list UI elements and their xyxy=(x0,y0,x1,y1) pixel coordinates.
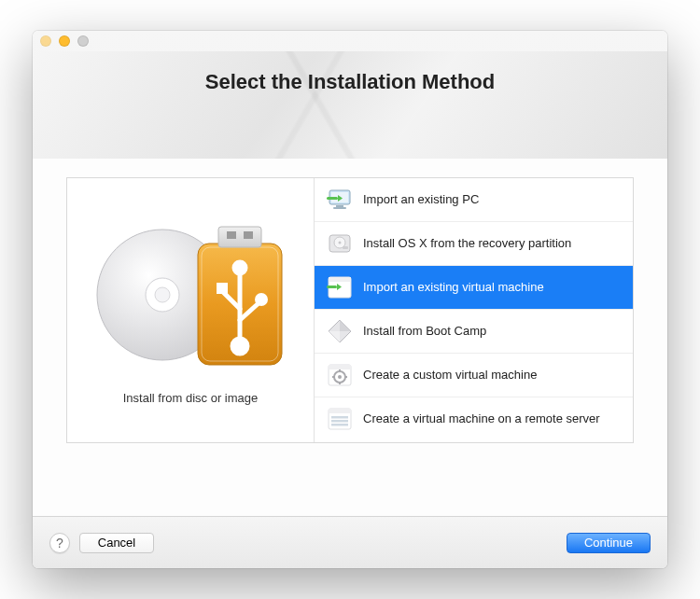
continue-button[interactable]: Continue xyxy=(567,533,651,553)
option-label: Install from Boot Camp xyxy=(363,324,486,339)
svg-rect-16 xyxy=(333,207,346,209)
installer-window: Select the Installation Method xyxy=(33,31,667,568)
option-install-osx-recovery[interactable]: Install OS X from the recovery partition xyxy=(315,222,633,266)
svg-point-21 xyxy=(339,242,342,244)
bootcamp-diamond-icon xyxy=(326,317,354,345)
svg-rect-5 xyxy=(218,227,261,247)
svg-rect-40 xyxy=(331,416,348,419)
remote-server-icon xyxy=(326,405,354,433)
svg-rect-25 xyxy=(327,286,337,288)
svg-point-12 xyxy=(255,293,268,306)
method-panel: Install from disc or image xyxy=(66,177,634,443)
help-button[interactable]: ? xyxy=(49,533,70,553)
option-label: Install OS X from the recovery partition xyxy=(363,236,571,251)
cancel-label: Cancel xyxy=(98,536,135,550)
svg-rect-31 xyxy=(329,365,351,369)
close-window-button[interactable] xyxy=(40,35,51,47)
svg-rect-41 xyxy=(331,420,348,423)
help-icon: ? xyxy=(56,536,63,550)
svg-marker-28 xyxy=(340,320,351,331)
svg-rect-24 xyxy=(329,277,351,282)
svg-point-2 xyxy=(155,287,170,302)
svg-marker-29 xyxy=(329,331,340,342)
svg-point-10 xyxy=(232,339,247,354)
option-label: Import an existing PC xyxy=(363,192,479,207)
content-area: Install from disc or image xyxy=(33,159,667,516)
disc-usb-illustration xyxy=(88,216,293,374)
option-install-bootcamp[interactable]: Install from Boot Camp xyxy=(315,310,633,354)
option-create-remote-vm[interactable]: Create a virtual machine on a remote ser… xyxy=(315,397,633,440)
installation-options-list: Import an existing PC Install OS X from … xyxy=(315,178,633,442)
minimize-window-button[interactable] xyxy=(59,35,70,47)
svg-point-37 xyxy=(338,375,342,379)
svg-rect-6 xyxy=(227,231,236,239)
cancel-button[interactable]: Cancel xyxy=(79,533,154,553)
footer-toolbar: ? Cancel Continue xyxy=(33,516,667,568)
option-import-pc[interactable]: Import an existing PC xyxy=(315,178,633,222)
option-label: Create a virtual machine on a remote ser… xyxy=(363,411,600,426)
svg-rect-39 xyxy=(329,409,351,413)
option-label: Create a custom virtual machine xyxy=(363,368,537,383)
vm-window-icon xyxy=(326,273,354,301)
illustration-caption: Install from disc or image xyxy=(123,391,259,405)
custom-gear-icon xyxy=(326,361,354,389)
svg-point-9 xyxy=(234,262,245,273)
svg-rect-7 xyxy=(244,231,253,239)
maximize-window-button[interactable] xyxy=(77,35,89,47)
svg-rect-42 xyxy=(331,424,348,426)
svg-rect-17 xyxy=(327,197,338,200)
svg-rect-15 xyxy=(336,205,343,207)
harddisk-icon xyxy=(326,230,354,258)
titlebar xyxy=(33,31,667,51)
option-import-virtual-machine[interactable]: Import an existing virtual machine xyxy=(315,266,633,310)
continue-label: Continue xyxy=(584,536,633,550)
svg-rect-22 xyxy=(343,246,348,249)
header: Select the Installation Method xyxy=(33,51,667,159)
illustration-pane: Install from disc or image xyxy=(67,178,315,442)
monitor-import-icon xyxy=(326,186,354,214)
option-label: Import an existing virtual machine xyxy=(363,280,544,295)
svg-rect-11 xyxy=(217,283,228,294)
option-create-custom-vm[interactable]: Create a custom virtual machine xyxy=(315,354,633,397)
page-title: Select the Installation Method xyxy=(205,70,495,94)
